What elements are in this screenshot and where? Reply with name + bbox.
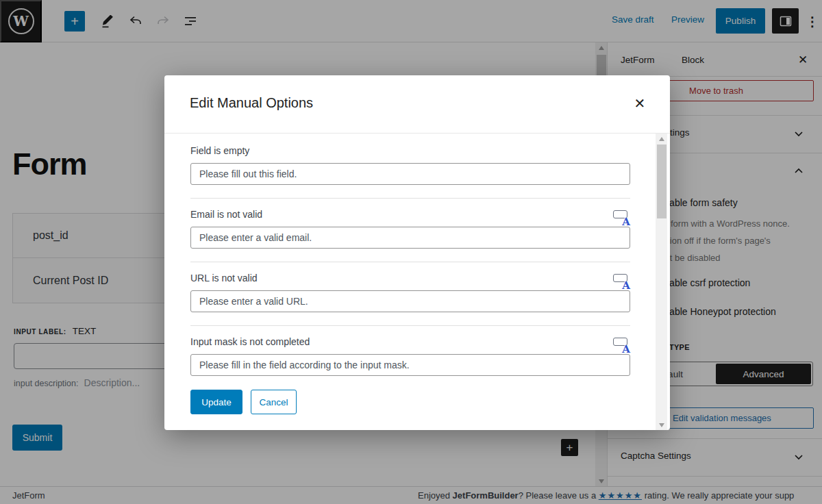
scroll-up-icon[interactable] bbox=[656, 134, 667, 144]
modal-scrollbar-thumb[interactable] bbox=[657, 144, 667, 218]
modal-scrollbar[interactable] bbox=[656, 134, 667, 430]
edit-manual-options-modal: Edit Manual Options ✕ Field is empty Ema… bbox=[164, 75, 670, 430]
field-label: Input mask is not completed bbox=[190, 335, 310, 349]
validation-message-group: URL is not valid A bbox=[190, 271, 630, 326]
field-label-row: Email is not valid A bbox=[190, 207, 630, 221]
scroll-down-icon[interactable] bbox=[656, 420, 667, 430]
letter-a-glyph: A bbox=[622, 344, 630, 355]
validation-message-group: Field is empty bbox=[190, 144, 630, 199]
modal-body: Field is empty Email is not valid A URL … bbox=[164, 134, 670, 414]
url-invalid-message-input[interactable] bbox=[190, 290, 630, 312]
validation-message-group: Input mask is not completed A bbox=[190, 335, 630, 376]
field-label: URL is not valid bbox=[190, 271, 258, 285]
wordpress-editor-screen: W + Save draft Preview Publish bbox=[0, 0, 822, 504]
field-label: Field is empty bbox=[190, 144, 249, 158]
field-label-row: URL is not valid A bbox=[190, 271, 630, 285]
edit-text-a-icon[interactable]: A bbox=[613, 336, 630, 355]
letter-a-glyph: A bbox=[622, 217, 630, 227]
field-empty-message-input[interactable] bbox=[190, 163, 630, 185]
update-button[interactable]: Update bbox=[190, 390, 242, 414]
validation-message-group: Email is not valid A bbox=[190, 207, 630, 262]
edit-text-a-icon[interactable]: A bbox=[613, 209, 630, 227]
field-label-row: Field is empty bbox=[190, 144, 630, 158]
close-modal-button[interactable]: ✕ bbox=[630, 94, 649, 113]
field-label-row: Input mask is not completed A bbox=[190, 335, 630, 349]
modal-header: Edit Manual Options ✕ bbox=[164, 75, 670, 134]
modal-actions: Update Cancel bbox=[190, 390, 630, 414]
edit-text-a-icon[interactable]: A bbox=[613, 273, 630, 291]
field-label: Email is not valid bbox=[190, 207, 262, 221]
input-mask-message-input[interactable] bbox=[190, 354, 630, 376]
modal-title: Edit Manual Options bbox=[190, 95, 313, 111]
letter-a-glyph: A bbox=[622, 281, 630, 291]
email-invalid-message-input[interactable] bbox=[190, 227, 630, 249]
cancel-button[interactable]: Cancel bbox=[251, 390, 297, 414]
